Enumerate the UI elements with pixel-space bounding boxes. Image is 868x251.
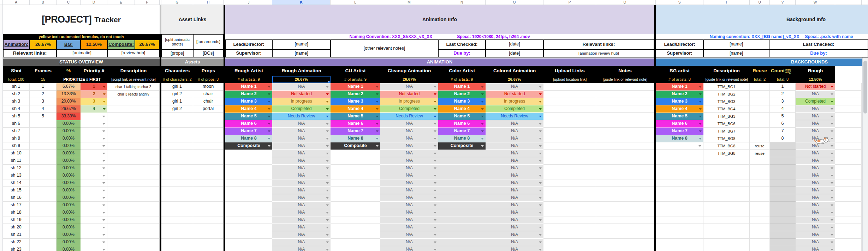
- color-artist-cell[interactable]: [438, 165, 486, 172]
- notes-cell[interactable]: [596, 135, 654, 142]
- overflow-cell[interactable]: [835, 157, 862, 165]
- colored-animation-status-cell[interactable]: N/A: [486, 83, 543, 91]
- scrollbar-thumb[interactable]: [863, 61, 867, 114]
- colored-animation-status-cell[interactable]: N/A: [486, 224, 543, 231]
- bg-artist-cell[interactable]: [656, 239, 703, 246]
- bg-description-cell[interactable]: [703, 194, 750, 202]
- dropdown-arrow-icon[interactable]: [539, 108, 542, 110]
- character-cell[interactable]: [161, 157, 193, 165]
- description-cell[interactable]: [107, 105, 160, 113]
- header-cell[interactable]: Reuse: [750, 66, 770, 76]
- anim-supervisor-label[interactable]: Supervisor:: [225, 49, 272, 57]
- notes-cell[interactable]: [596, 216, 654, 224]
- priority-cell[interactable]: [81, 165, 107, 172]
- cu-artist-cell[interactable]: Name 5: [331, 113, 380, 120]
- dropdown-arrow-icon[interactable]: [539, 123, 542, 125]
- bg-due-label[interactable]: Due by:: [769, 49, 868, 57]
- upload-links-cell[interactable]: [543, 239, 596, 246]
- dropdown-arrow-icon[interactable]: [326, 153, 329, 154]
- dropdown-arrow-icon[interactable]: [699, 123, 702, 125]
- dropdown-arrow-icon[interactable]: [326, 190, 329, 191]
- dropdown-arrow-icon[interactable]: [326, 86, 329, 88]
- description-cell[interactable]: char 1 talking to char 2: [107, 83, 160, 91]
- bg-description-cell[interactable]: TTM_BG3: [703, 98, 750, 105]
- prop-cell[interactable]: [193, 142, 224, 150]
- dropdown-arrow-icon[interactable]: [481, 116, 484, 117]
- dropdown-arrow-icon[interactable]: [434, 234, 436, 236]
- shot-cell[interactable]: sh 14: [3, 179, 30, 187]
- rough-animation-status-cell[interactable]: N/A: [272, 179, 331, 187]
- header-cell[interactable]: BG artist: [656, 66, 703, 76]
- dropdown-arrow-icon[interactable]: [699, 86, 702, 88]
- dropdown-arrow-icon[interactable]: [434, 175, 436, 177]
- colored-animation-status-cell[interactable]: Needs Review: [486, 113, 543, 120]
- dropdown-arrow-icon[interactable]: [102, 160, 105, 162]
- dropdown-arrow-icon[interactable]: [434, 130, 436, 132]
- dropdown-arrow-icon[interactable]: [326, 182, 329, 184]
- rough-animation-status-cell[interactable]: Not started: [272, 91, 331, 98]
- cleanup-animation-status-cell[interactable]: N/A: [380, 128, 438, 135]
- sub-cell[interactable]: total: 2: [750, 76, 770, 83]
- character-cell[interactable]: [161, 150, 193, 157]
- bg-artist-cell[interactable]: [656, 172, 703, 179]
- percent-cell[interactable]: 0.00%: [57, 239, 81, 246]
- bg-reuse-cell[interactable]: [750, 239, 770, 246]
- colored-animation-status-cell[interactable]: N/A: [486, 179, 543, 187]
- color-artist-cell[interactable]: Name 8: [438, 135, 486, 142]
- bg-artist-cell[interactable]: Name 8: [656, 135, 703, 142]
- dropdown-arrow-icon[interactable]: [268, 145, 270, 147]
- upload-links-cell[interactable]: [543, 165, 596, 172]
- dropdown-arrow-icon[interactable]: [376, 93, 379, 95]
- bg-lead-label[interactable]: Lead/Director:: [656, 39, 703, 49]
- summary-composite-value[interactable]: 26.67%: [135, 39, 160, 49]
- dropdown-arrow-icon[interactable]: [539, 190, 542, 191]
- overflow-cell[interactable]: [835, 142, 862, 150]
- percent-cell[interactable]: 20.00%: [57, 98, 81, 105]
- percent-cell[interactable]: 0.00%: [57, 135, 81, 142]
- bg-reuse-cell[interactable]: [750, 224, 770, 231]
- bg-description-cell[interactable]: [703, 246, 750, 251]
- cu-artist-cell[interactable]: [331, 246, 380, 251]
- frames-cell[interactable]: [30, 187, 57, 194]
- character-cell[interactable]: girl 2: [161, 91, 193, 98]
- color-artist-cell[interactable]: [438, 202, 486, 209]
- rough-artist-cell[interactable]: [225, 179, 272, 187]
- color-artist-cell[interactable]: [438, 216, 486, 224]
- bg-count-cell[interactable]: [770, 150, 796, 157]
- dropdown-arrow-icon[interactable]: [481, 138, 484, 140]
- dropdown-arrow-icon[interactable]: [434, 160, 436, 162]
- overflow-cell[interactable]: [835, 113, 862, 120]
- priority-cell[interactable]: 2: [81, 91, 107, 98]
- description-cell[interactable]: [107, 202, 160, 209]
- dropdown-arrow-icon[interactable]: [102, 145, 105, 147]
- bg-reuse-cell[interactable]: [750, 83, 770, 91]
- sub-cell[interactable]: 26.67%: [380, 76, 438, 83]
- prop-cell[interactable]: [193, 120, 224, 128]
- bg-artist-cell[interactable]: Name 7: [656, 128, 703, 135]
- dropdown-arrow-icon[interactable]: [539, 219, 542, 221]
- shot-cell[interactable]: sh 18: [3, 209, 30, 216]
- column-header-U[interactable]: U: [750, 0, 770, 5]
- column-header-F[interactable]: F: [135, 0, 160, 5]
- bg-reuse-cell[interactable]: [750, 157, 770, 165]
- dropdown-arrow-icon[interactable]: [831, 241, 833, 243]
- dropdown-arrow-icon[interactable]: [376, 86, 379, 88]
- dropdown-arrow-icon[interactable]: [376, 123, 379, 125]
- column-header-J[interactable]: J: [225, 0, 272, 5]
- dropdown-arrow-icon[interactable]: [326, 160, 329, 162]
- dropdown-arrow-icon[interactable]: [539, 116, 542, 117]
- upload-links-cell[interactable]: [543, 91, 596, 98]
- bg-reuse-cell[interactable]: [750, 91, 770, 98]
- dropdown-arrow-icon[interactable]: [831, 86, 833, 88]
- percent-cell[interactable]: 26.67%: [57, 105, 81, 113]
- dropdown-arrow-icon[interactable]: [539, 241, 542, 243]
- dropdown-arrow-icon[interactable]: [102, 219, 105, 221]
- percent-cell[interactable]: 0.00%: [57, 216, 81, 224]
- bg-artist-cell[interactable]: [656, 142, 703, 150]
- dropdown-arrow-icon[interactable]: [102, 241, 105, 243]
- frames-cell[interactable]: [30, 142, 57, 150]
- dropdown-arrow-icon[interactable]: [268, 138, 270, 140]
- percent-cell[interactable]: 0.00%: [57, 172, 81, 179]
- frames-cell[interactable]: 3: [30, 98, 57, 105]
- dropdown-arrow-icon[interactable]: [831, 227, 833, 228]
